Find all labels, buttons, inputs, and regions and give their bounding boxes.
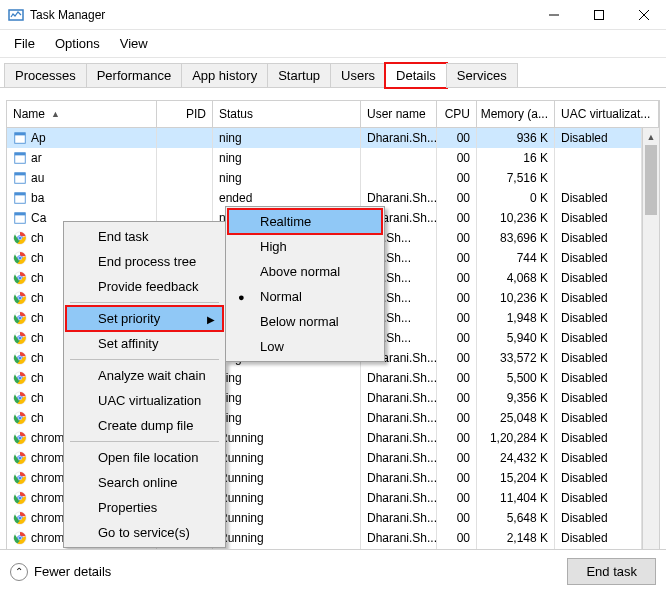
separator	[70, 441, 219, 442]
scroll-track[interactable]	[643, 145, 659, 554]
col-pid[interactable]: PID	[157, 101, 213, 127]
priority-submenu: Realtime High Above normal ●Normal Below…	[225, 206, 385, 362]
ctx-goto-services[interactable]: Go to service(s)	[66, 520, 223, 545]
svg-point-62	[18, 456, 21, 459]
svg-point-78	[18, 536, 21, 539]
svg-point-42	[18, 356, 21, 359]
end-task-button[interactable]: End task	[567, 558, 656, 585]
tab-processes[interactable]: Processes	[4, 63, 87, 88]
menu-view[interactable]: View	[112, 32, 156, 55]
tab-app-history[interactable]: App history	[181, 63, 268, 88]
svg-point-50	[18, 396, 21, 399]
svg-point-74	[18, 516, 21, 519]
tabs: Processes Performance App history Startu…	[0, 62, 666, 88]
ctx-set-priority[interactable]: Set priority▶	[66, 306, 223, 331]
col-uac[interactable]: UAC virtualizat...	[555, 101, 659, 127]
ctx-open-location[interactable]: Open file location	[66, 445, 223, 470]
ctx-set-affinity[interactable]: Set affinity	[66, 331, 223, 356]
menu-file[interactable]: File	[6, 32, 43, 55]
svg-rect-14	[15, 213, 26, 216]
tab-users[interactable]: Users	[330, 63, 386, 88]
table-header: Name▲ PID Status User name CPU Memory (a…	[7, 101, 659, 128]
context-menu: End task End process tree Provide feedba…	[63, 221, 226, 548]
col-user[interactable]: User name	[361, 101, 437, 127]
titlebar: Task Manager	[0, 0, 666, 30]
svg-rect-6	[15, 133, 26, 136]
svg-point-66	[18, 476, 21, 479]
ctx-feedback[interactable]: Provide feedback	[66, 274, 223, 299]
ctx-properties[interactable]: Properties	[66, 495, 223, 520]
scroll-thumb[interactable]	[645, 145, 657, 215]
window-title: Task Manager	[30, 8, 531, 22]
task-manager-icon	[8, 7, 24, 23]
svg-rect-2	[594, 10, 603, 19]
ctx-end-task[interactable]: End task	[66, 224, 223, 249]
svg-point-70	[18, 496, 21, 499]
table-row[interactable]: baendedDharani.Sh...000 KDisabled	[7, 188, 642, 208]
svg-point-58	[18, 436, 21, 439]
fewer-details-button[interactable]: ⌃ Fewer details	[10, 563, 111, 581]
tab-services[interactable]: Services	[446, 63, 518, 88]
table-row[interactable]: ApningDharani.Sh...00936 KDisabled	[7, 128, 642, 148]
priority-low[interactable]: Low	[228, 334, 382, 359]
svg-point-30	[18, 296, 21, 299]
menubar: File Options View	[0, 30, 666, 58]
ctx-dump[interactable]: Create dump file	[66, 413, 223, 438]
ctx-uac[interactable]: UAC virtualization	[66, 388, 223, 413]
submenu-arrow-icon: ▶	[207, 313, 215, 324]
tab-details[interactable]: Details	[385, 63, 447, 88]
priority-high[interactable]: High	[228, 234, 382, 259]
priority-realtime[interactable]: Realtime	[228, 209, 382, 234]
table-row[interactable]: arning0016 K	[7, 148, 642, 168]
col-memory[interactable]: Memory (a...	[477, 101, 555, 127]
tab-startup[interactable]: Startup	[267, 63, 331, 88]
ctx-end-tree[interactable]: End process tree	[66, 249, 223, 274]
svg-point-46	[18, 376, 21, 379]
close-button[interactable]	[621, 0, 666, 30]
priority-normal[interactable]: ●Normal	[228, 284, 382, 309]
svg-point-34	[18, 316, 21, 319]
separator	[70, 302, 219, 303]
menu-options[interactable]: Options	[47, 32, 108, 55]
priority-above-normal[interactable]: Above normal	[228, 259, 382, 284]
col-name[interactable]: Name▲	[7, 101, 157, 127]
svg-point-54	[18, 416, 21, 419]
bottom-bar: ⌃ Fewer details End task	[0, 549, 666, 593]
scroll-up-icon[interactable]: ▲	[643, 128, 659, 145]
scrollbar[interactable]: ▲ ▼	[642, 128, 659, 571]
col-cpu[interactable]: CPU	[437, 101, 477, 127]
svg-rect-10	[15, 173, 26, 176]
svg-point-22	[18, 256, 21, 259]
collapse-icon: ⌃	[10, 563, 28, 581]
svg-rect-8	[15, 153, 26, 156]
ctx-analyze[interactable]: Analyze wait chain	[66, 363, 223, 388]
separator	[70, 359, 219, 360]
minimize-button[interactable]	[531, 0, 576, 30]
process-table: Name▲ PID Status User name CPU Memory (a…	[6, 100, 660, 572]
svg-point-26	[18, 276, 21, 279]
tab-performance[interactable]: Performance	[86, 63, 182, 88]
maximize-button[interactable]	[576, 0, 621, 30]
ctx-search-online[interactable]: Search online	[66, 470, 223, 495]
priority-below-normal[interactable]: Below normal	[228, 309, 382, 334]
svg-point-38	[18, 336, 21, 339]
table-row[interactable]: auning007,516 K	[7, 168, 642, 188]
col-status[interactable]: Status	[213, 101, 361, 127]
svg-point-18	[18, 236, 21, 239]
bullet-icon: ●	[238, 291, 245, 303]
sort-asc-icon: ▲	[51, 109, 60, 119]
svg-rect-12	[15, 193, 26, 196]
